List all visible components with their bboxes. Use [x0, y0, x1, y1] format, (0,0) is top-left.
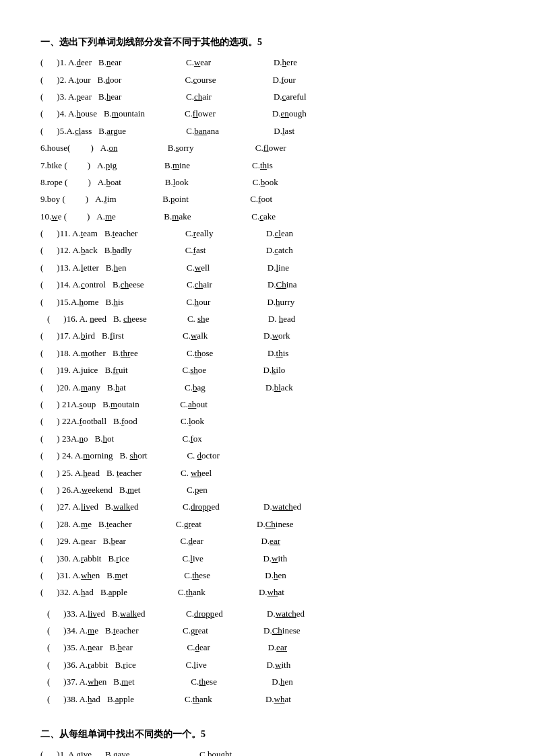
- opt: C.cake: [251, 209, 276, 224]
- opt: B.sorry: [168, 140, 255, 156]
- section1-title: 一、选出下列单词划线部分发音不同于其他的选项。5: [40, 34, 495, 50]
- opt: B. cheese: [113, 311, 187, 327]
- opt: D.hen: [272, 674, 292, 689]
- opt: B.three: [113, 345, 187, 361]
- label: 10.we (: [40, 209, 67, 224]
- blank: [43, 260, 57, 275]
- question-row: ( )11. A.team B.teacher C.really D.clean: [40, 226, 495, 241]
- opt: A.pig: [97, 158, 164, 173]
- blank: [43, 55, 57, 70]
- blank: [43, 328, 57, 343]
- opt: B.badly: [104, 242, 185, 258]
- blank: [50, 606, 63, 621]
- opt: A.Jim: [95, 191, 162, 207]
- opt: D.China: [268, 277, 297, 292]
- blank: [43, 533, 57, 549]
- question-row: ( )33. A.lived B.walked C.dropped D.watc…: [40, 606, 495, 621]
- opt: C.look: [181, 413, 204, 429]
- label: ): [88, 158, 90, 173]
- paren-close: )31. A.when: [57, 568, 100, 583]
- opt: D.last: [274, 123, 294, 139]
- opt: C.thank: [178, 584, 259, 600]
- paren-close: )1. A.deer: [57, 55, 92, 70]
- question-row: ( )17. A.bird B.first C.walk D.work: [40, 328, 495, 343]
- opt: D.catch: [266, 242, 293, 258]
- opt: D.Chinese: [257, 516, 294, 532]
- opt: C.book: [253, 174, 278, 190]
- opt: D.with: [266, 657, 290, 673]
- opt: B.first: [102, 328, 183, 343]
- opt: C.great: [183, 623, 263, 638]
- paren-close: )2. A.tour: [57, 72, 90, 88]
- opt: B.make: [164, 209, 251, 224]
- opt: B.gave: [105, 747, 199, 756]
- opt: B.hen: [106, 260, 187, 275]
- question-row: 10.we ( ) A.me B.make C.cake: [40, 209, 495, 224]
- blank: [43, 380, 57, 395]
- opt: D.ear: [261, 533, 280, 549]
- blank: [50, 691, 63, 707]
- opt: C.about: [180, 397, 208, 412]
- question-row: ( )1. A.give B.gave C.bought: [40, 747, 495, 756]
- opt: C.shoe: [182, 362, 263, 378]
- paren-close: ) 22A.football: [57, 413, 106, 429]
- opt: B.apple: [107, 691, 185, 707]
- opt: C.dear: [187, 640, 268, 655]
- opt: B.rice: [115, 657, 185, 673]
- opt: B.teacher: [104, 226, 185, 241]
- paren-close: )35. A.near: [63, 640, 102, 655]
- opt: D.here: [274, 55, 297, 70]
- opt: B. teacher: [106, 465, 181, 481]
- paren-close: ) 21A.soup: [57, 397, 96, 412]
- question-row: ( )13. A.letter B.hen C.well D.line: [40, 260, 495, 275]
- question-row: ( )5.A.class B.argue C.banana D.last: [40, 123, 495, 139]
- paren-close: ) 25. A.head: [57, 465, 100, 481]
- opt: B.bear: [102, 533, 180, 549]
- opt: B.fruit: [104, 362, 182, 378]
- opt: C.these: [191, 674, 272, 689]
- opt: C.well: [187, 260, 268, 275]
- blank: [43, 482, 57, 497]
- opt: B.point: [162, 191, 250, 207]
- question-row: ( )31. A.when B.met C.these D.hen: [40, 568, 495, 583]
- opt: D.work: [263, 328, 290, 343]
- question-row: ( )4. A.house B.mountain C.flower D.enou…: [40, 106, 495, 121]
- opt: B.walked: [105, 499, 183, 514]
- opt: D.line: [268, 260, 289, 275]
- question-row: ( )18. A.mother B.three C.those D.this: [40, 345, 495, 361]
- opt: B.hat: [107, 380, 185, 395]
- opt: C. wheel: [181, 465, 212, 481]
- paren-close: )27. A.lived: [57, 499, 98, 514]
- paren-close: ) 24. A.morning: [57, 448, 113, 463]
- blank: [50, 640, 63, 655]
- paren-close: )34. A.me: [63, 623, 98, 638]
- question-row: ( ) 22A.football B.food C.look: [40, 413, 495, 429]
- blank: [43, 345, 57, 361]
- opt: C. she: [187, 311, 268, 327]
- opt: B.met: [113, 674, 191, 689]
- blank: [43, 277, 57, 292]
- opt: C.pen: [187, 482, 208, 497]
- blank: [43, 362, 57, 378]
- opt: C.this: [252, 158, 273, 173]
- paren-close: )5.A.class: [57, 123, 92, 139]
- paren-close: )36. A.rabbit: [63, 657, 108, 673]
- question-row: ( )38. A.had B.apple C.thank D.what: [40, 691, 495, 707]
- paren-close: )11. A.team: [57, 226, 98, 241]
- blank: [43, 397, 57, 412]
- opt: C.chair: [186, 89, 274, 104]
- question-row: ( )3. A.pear B.hear C.chair D.careful: [40, 89, 495, 104]
- blank: [43, 584, 57, 600]
- opt: C.chair: [187, 277, 268, 292]
- opt: B.near: [98, 55, 186, 70]
- paren-close: )13. A.letter: [57, 260, 98, 275]
- opt: D.ear: [268, 640, 287, 655]
- question-row: ( )30. A.rabbit B.rice C.live D.with: [40, 551, 495, 566]
- blank: [43, 123, 57, 139]
- blank: [43, 431, 57, 446]
- opt: C.great: [176, 516, 257, 532]
- opt: A.on: [100, 140, 168, 156]
- opt: C.hour: [186, 294, 267, 310]
- opt: A.me: [96, 209, 164, 224]
- paren-close: ) 26.A.weekend: [57, 482, 113, 497]
